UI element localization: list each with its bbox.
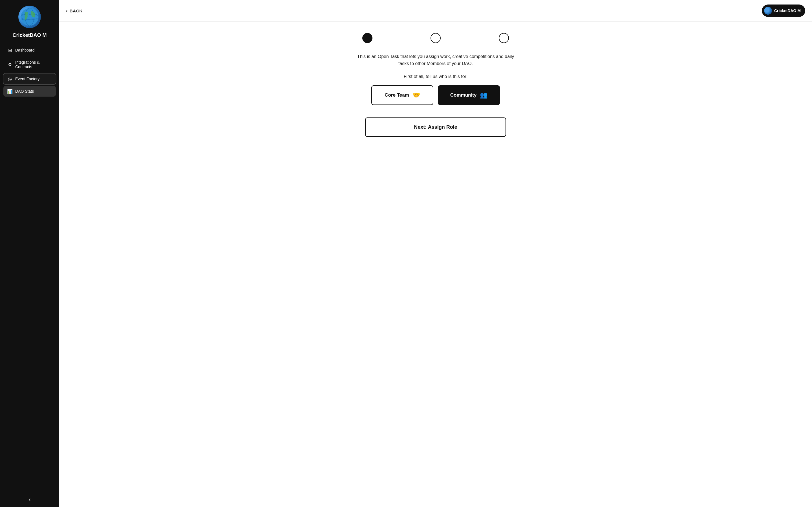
grid-icon: ⊞ — [7, 48, 12, 53]
step-1 — [362, 33, 372, 43]
org-badge-label: CricketDAO M — [774, 8, 801, 13]
task-description: This is an Open Task that lets you assig… — [357, 53, 515, 67]
sidebar: CricketDAO M ⊞ Dashboard ⚙ Integrations … — [0, 0, 59, 507]
sidebar-item-dashboard[interactable]: ⊞ Dashboard — [3, 45, 56, 55]
chart-icon: 📊 — [7, 89, 12, 94]
sidebar-item-label: Event Factory — [15, 76, 40, 81]
org-badge-avatar — [764, 7, 772, 15]
core-team-label: Core Team — [385, 93, 409, 98]
svg-point-0 — [21, 8, 39, 26]
handshake-icon: 🤝 — [412, 92, 420, 99]
main-panel: ‹ BACK CricketDAO M This is an Open Task… — [59, 0, 812, 507]
stepper — [362, 33, 509, 43]
step-line-1 — [372, 38, 430, 38]
core-team-button[interactable]: Core Team 🤝 — [371, 86, 434, 105]
who-label: First of all, tell us who is this for: — [404, 74, 468, 79]
org-name: CricketDAO M — [12, 32, 47, 39]
sidebar-collapse-button[interactable]: ‹ — [29, 496, 31, 503]
community-label: Community — [450, 93, 477, 98]
gear-icon: ⚙ — [7, 62, 12, 67]
back-button[interactable]: ‹ BACK — [66, 8, 83, 14]
step-3 — [499, 33, 509, 43]
group-icon: 👥 — [480, 92, 488, 99]
org-avatar — [18, 6, 41, 28]
target-icon: ◎ — [7, 76, 12, 81]
audience-selection: Core Team 🤝 Community 👥 — [371, 86, 500, 105]
step-line-2 — [441, 38, 499, 38]
sidebar-nav: ⊞ Dashboard ⚙ Integrations & Contracts ◎… — [3, 45, 56, 97]
sidebar-item-label: Integrations & Contracts — [15, 60, 52, 69]
back-arrow-icon: ‹ — [66, 8, 68, 14]
sidebar-item-label: Dashboard — [15, 48, 35, 52]
community-button[interactable]: Community 👥 — [438, 86, 500, 105]
content-area: This is an Open Task that lets you assig… — [59, 22, 812, 507]
org-badge: CricketDAO M — [762, 4, 805, 17]
next-button[interactable]: Next: Assign Role — [365, 117, 506, 137]
back-button-label: BACK — [70, 8, 83, 13]
step-2 — [430, 33, 441, 43]
topbar: ‹ BACK CricketDAO M — [59, 0, 812, 22]
sidebar-item-integrations[interactable]: ⚙ Integrations & Contracts — [3, 57, 56, 72]
sidebar-item-dao-stats[interactable]: 📊 DAO Stats — [3, 86, 56, 97]
sidebar-item-event-factory[interactable]: ◎ Event Factory — [3, 73, 56, 84]
sidebar-item-label: DAO Stats — [15, 89, 34, 94]
